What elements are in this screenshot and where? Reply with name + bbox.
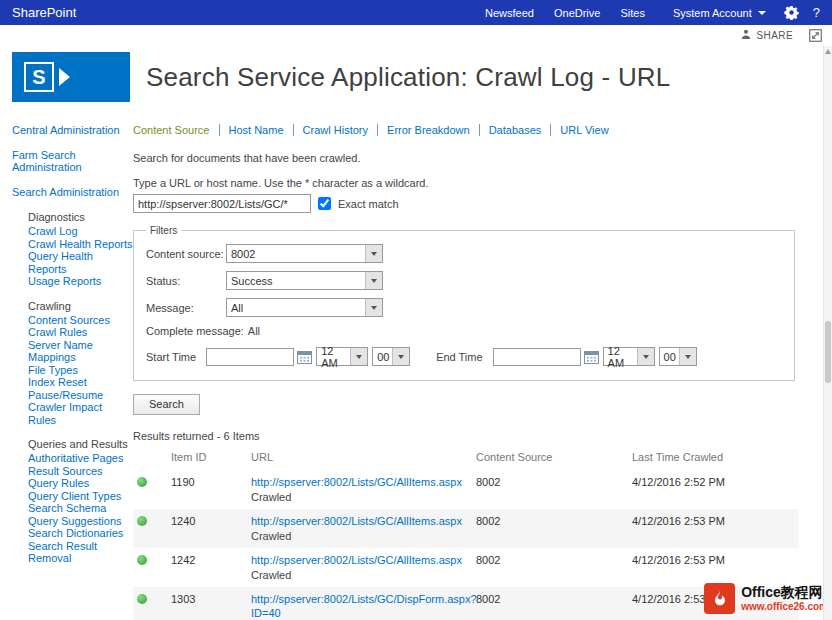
end-hour-value: 12 AM bbox=[608, 345, 637, 369]
message-select[interactable]: All bbox=[226, 298, 383, 317]
tab-url-view[interactable]: URL View bbox=[550, 124, 608, 136]
last-crawled-cell: 4/12/2016 2:53 PM bbox=[632, 553, 799, 583]
sidebar-item-file-types[interactable]: File Types bbox=[28, 364, 133, 377]
help-icon[interactable]: ? bbox=[813, 5, 820, 20]
tab-host-name[interactable]: Host Name bbox=[219, 124, 284, 136]
sidebar-item-central-administration[interactable]: Central Administration bbox=[12, 124, 133, 136]
sharepoint-logo[interactable]: S bbox=[12, 52, 130, 102]
ribbon-bar: SHARE bbox=[0, 25, 832, 46]
share-button[interactable]: SHARE bbox=[740, 29, 793, 42]
content-source-select[interactable]: 8002 bbox=[226, 244, 383, 263]
start-time-input[interactable] bbox=[206, 348, 294, 366]
sidebar-item-query-client-types[interactable]: Query Client Types bbox=[28, 490, 133, 503]
sidebar-item-crawl-log[interactable]: Crawl Log bbox=[28, 225, 133, 238]
result-url-link[interactable]: http://spserver:8002/Lists/GC/AllItems.a… bbox=[251, 475, 476, 489]
table-row: 1190 http://spserver:8002/Lists/GC/AllIt… bbox=[133, 470, 799, 509]
sidebar-nav: Central Administration Farm Search Admin… bbox=[0, 108, 133, 620]
dropdown-arrow-icon bbox=[365, 272, 382, 289]
share-label: SHARE bbox=[757, 30, 793, 41]
sidebar-item-crawl-health-reports[interactable]: Crawl Health Reports bbox=[28, 238, 133, 251]
result-url-link[interactable]: http://spserver:8002/Lists/GC/DispForm.a… bbox=[251, 592, 476, 620]
sidebar-item-pause-resume[interactable]: Pause/Resume bbox=[28, 389, 133, 402]
sidebar-item-search-schema[interactable]: Search Schema bbox=[28, 502, 133, 515]
result-url-link[interactable]: http://spserver:8002/Lists/GC/AllItems.a… bbox=[251, 553, 476, 567]
start-minute-select[interactable]: 00 bbox=[372, 347, 410, 366]
sidebar-item-result-sources[interactable]: Result Sources bbox=[28, 465, 133, 478]
status-select[interactable]: Success bbox=[226, 271, 383, 290]
complete-message-row: Complete message: All bbox=[146, 325, 782, 337]
start-minute-value: 00 bbox=[377, 351, 389, 363]
sidebar-item-query-suggestions[interactable]: Query Suggestions bbox=[28, 515, 133, 528]
sidebar-item-crawler-impact-rules[interactable]: Crawler Impact Rules bbox=[28, 401, 133, 426]
column-header-content-source: Content Source bbox=[476, 451, 632, 463]
search-button[interactable]: Search bbox=[133, 394, 200, 415]
account-label: System Account bbox=[673, 7, 752, 19]
tab-crawl-history[interactable]: Crawl History bbox=[293, 124, 368, 136]
tab-content-source[interactable]: Content Source bbox=[133, 124, 209, 136]
sites-link[interactable]: Sites bbox=[620, 7, 644, 19]
results-header-row: Item ID URL Content Source Last Time Cra… bbox=[133, 451, 799, 463]
start-calendar-icon[interactable] bbox=[297, 350, 312, 364]
start-hour-select[interactable]: 12 AM bbox=[316, 347, 368, 366]
sidebar-item-content-sources[interactable]: Content Sources bbox=[28, 314, 133, 327]
sidebar-item-query-health-reports[interactable]: Query Health Reports bbox=[28, 250, 133, 275]
results-table: Item ID URL Content Source Last Time Cra… bbox=[133, 451, 799, 620]
end-calendar-icon[interactable] bbox=[584, 350, 599, 364]
sidebar-item-farm-search-administration[interactable]: Farm Search Administration bbox=[12, 149, 133, 173]
vertical-scrollbar[interactable] bbox=[823, 46, 832, 620]
content-source-cell: 8002 bbox=[476, 514, 632, 544]
sidebar-item-authoritative-pages[interactable]: Authoritative Pages bbox=[28, 452, 133, 465]
section-title-queries-results: Queries and Results bbox=[28, 438, 133, 451]
scroll-up-icon[interactable] bbox=[825, 49, 831, 54]
tab-error-breakdown[interactable]: Error Breakdown bbox=[377, 124, 470, 136]
dropdown-arrow-icon bbox=[350, 348, 367, 365]
content-source-value: 8002 bbox=[231, 248, 255, 260]
dropdown-arrow-icon bbox=[392, 348, 409, 365]
search-hint: Type a URL or host name. Use the * chara… bbox=[133, 177, 806, 189]
item-id-cell: 1190 bbox=[171, 475, 251, 505]
sidebar-section-queries-results: Queries and Results Authoritative Pages … bbox=[12, 438, 133, 565]
content-source-cell: 8002 bbox=[476, 553, 632, 583]
onedrive-link[interactable]: OneDrive bbox=[554, 7, 600, 19]
sidebar-item-index-reset[interactable]: Index Reset bbox=[28, 376, 133, 389]
end-hour-select[interactable]: 12 AM bbox=[603, 347, 655, 366]
dropdown-arrow-icon bbox=[365, 299, 382, 316]
system-account-menu[interactable]: System Account bbox=[673, 7, 766, 19]
focus-on-content-icon[interactable] bbox=[809, 29, 822, 42]
item-id-cell: 1303 bbox=[171, 592, 251, 620]
url-search-input[interactable] bbox=[133, 194, 311, 213]
content-source-label: Content source: bbox=[146, 248, 226, 260]
sidebar-item-search-administration[interactable]: Search Administration bbox=[12, 186, 133, 198]
result-url-link[interactable]: http://spserver:8002/Lists/GC/AllItems.a… bbox=[251, 514, 476, 528]
end-time-group: End Time 12 AM 00 bbox=[436, 347, 696, 366]
message-label: Message: bbox=[146, 302, 226, 314]
scrollbar-thumb[interactable] bbox=[825, 321, 831, 383]
view-tabs: Content Source Host Name Crawl History E… bbox=[133, 124, 806, 136]
complete-message-label: Complete message: bbox=[146, 325, 244, 337]
sidebar-item-usage-reports[interactable]: Usage Reports bbox=[28, 275, 133, 288]
dropdown-arrow-icon bbox=[679, 348, 696, 365]
tab-databases[interactable]: Databases bbox=[479, 124, 542, 136]
sidebar-item-search-dictionaries[interactable]: Search Dictionaries bbox=[28, 527, 133, 540]
end-time-input[interactable] bbox=[493, 348, 581, 366]
status-success-icon bbox=[137, 516, 147, 526]
gear-icon[interactable] bbox=[784, 5, 799, 20]
message-value: All bbox=[231, 302, 243, 314]
sharepoint-brand[interactable]: SharePoint bbox=[12, 5, 76, 20]
status-success-icon bbox=[137, 594, 147, 604]
sidebar-item-server-name-mappings[interactable]: Server Name Mappings bbox=[28, 339, 133, 364]
sidebar-item-crawl-rules[interactable]: Crawl Rules bbox=[28, 326, 133, 339]
results-summary: Results returned - 6 Items bbox=[133, 430, 806, 442]
last-crawled-cell: 4/12/2016 2:52 PM bbox=[632, 475, 799, 505]
exact-match-checkbox[interactable] bbox=[318, 197, 331, 210]
end-minute-select[interactable]: 00 bbox=[659, 347, 697, 366]
logo-chevron-icon bbox=[59, 68, 70, 86]
sidebar-item-query-rules[interactable]: Query Rules bbox=[28, 477, 133, 490]
watermark-name: Office教程网 bbox=[741, 584, 828, 601]
table-row: 1303 http://spserver:8002/Lists/GC/DispF… bbox=[133, 587, 799, 620]
table-row: 1242 http://spserver:8002/Lists/GC/AllIt… bbox=[133, 548, 799, 587]
item-id-cell: 1242 bbox=[171, 553, 251, 583]
column-header-last-time-crawled: Last Time Crawled bbox=[632, 451, 799, 463]
newsfeed-link[interactable]: Newsfeed bbox=[485, 7, 534, 19]
sidebar-item-search-result-removal[interactable]: Search Result Removal bbox=[28, 540, 133, 565]
